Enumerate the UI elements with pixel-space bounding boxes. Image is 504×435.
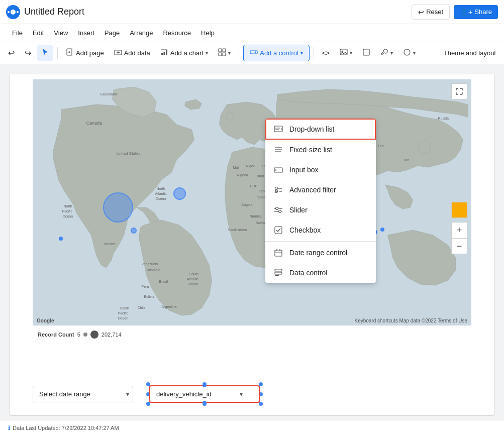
map-person-button[interactable] [451,202,467,218]
svg-text:South Africa: South Africa [228,228,247,232]
dropdown-control[interactable]: delivery_vehicle_id ▾ [149,385,260,403]
redo-button[interactable]: ↪ [21,45,35,61]
map-controls: + − [451,83,467,254]
svg-text:Mali: Mali [233,166,240,169]
reset-icon: ↩ [418,8,424,16]
date-range-select[interactable]: Select date range [33,386,133,402]
shapes-icon [403,48,411,58]
menu-insert[interactable]: Insert [74,27,98,39]
map-expand-button[interactable] [451,83,467,99]
svg-text:Nambia: Nambia [250,214,262,218]
add-control-dropdown-menu: Drop-down list Fixed-size list Input box… [265,119,376,283]
share-button[interactable]: 👤+ Share [454,5,498,19]
menu-item-advanced-filter[interactable]: Advanced filter [265,180,376,200]
svg-text:Angola: Angola [242,203,253,207]
advanced-filter-icon [273,185,283,195]
undo-button[interactable]: ↩ [4,45,19,61]
svg-text:Bolivia: Bolivia [144,295,155,298]
svg-text:North: North [157,187,165,190]
menu-item-data-control[interactable]: Data control [265,263,376,283]
svg-text:Chile: Chile [138,306,146,309]
menu-file[interactable]: File [8,27,27,39]
menu-divider [265,241,376,242]
legend-label: Record Count [38,332,74,338]
code-button[interactable]: <> [318,46,334,60]
svg-text:Pacific: Pacific [62,209,73,213]
add-page-button[interactable]: Add page [62,45,108,61]
top-header-bar: Untitled Report ↩ Reset 👤+ Share [0,0,504,24]
menu-help[interactable]: Help [197,27,219,39]
share-label: Share [474,8,492,16]
svg-rect-67 [274,126,282,132]
svg-text:United States: United States [117,151,141,156]
svg-rect-7 [163,52,165,55]
menu-item-date-range-control[interactable]: Date range control [265,243,376,263]
svg-point-82 [276,207,278,210]
svg-text:Mexico: Mexico [105,242,116,246]
menu-page[interactable]: Page [100,27,124,39]
svg-text:Nigeria: Nigeria [237,173,248,177]
menu-edit[interactable]: Edit [29,27,48,39]
legend-dot-small [83,333,87,337]
svg-rect-19 [363,49,369,55]
svg-text:South: South [189,272,198,276]
add-chart-button[interactable]: Add a chart ▾ [156,45,213,61]
add-control-button[interactable]: Add a control ▾ [243,45,310,61]
svg-text:Brazil: Brazil [159,280,168,283]
app-logo [6,5,20,19]
theme-layout-button[interactable]: Theme and layout [440,46,500,60]
menu-item-input-box[interactable]: Input box [265,160,376,180]
add-chart-chevron: ▾ [206,50,208,56]
svg-text:Ocean: Ocean [63,214,73,218]
data-bubble-usa-east [173,187,186,200]
svg-rect-6 [161,53,163,55]
checkbox-label: Checkbox [289,226,321,234]
svg-text:Venezuela: Venezuela [142,262,158,266]
tools-button[interactable]: ▾ [376,45,397,61]
reset-button[interactable]: ↩ Reset [412,5,450,20]
image-icon [340,48,348,58]
components-icon [218,48,226,58]
reset-label: Reset [426,8,443,16]
svg-rect-90 [275,272,282,274]
add-components-button[interactable]: ▾ [214,45,235,61]
content-area: Canada United States Greenland North Pac… [0,64,504,420]
add-data-label: Add data [124,49,150,57]
svg-text:Ocean: Ocean [156,197,166,200]
map-zoom-in-button[interactable]: + [451,222,467,238]
toolbar-separator-1 [57,47,58,59]
dropdown-list-icon [273,124,283,134]
svg-point-83 [279,210,281,213]
image-button[interactable]: ▾ [336,45,356,61]
add-data-button[interactable]: Add data [110,45,154,61]
add-data-icon [114,48,122,58]
svg-text:Colombia: Colombia [146,268,161,272]
world-map-svg: Canada United States Greenland North Pac… [33,79,471,325]
frame-button[interactable] [358,45,374,61]
menu-view[interactable]: View [50,27,72,39]
data-bubble-pacific [59,237,63,241]
map-zoom-buttons: + − [451,222,467,254]
date-range-control-label: Date range control [289,249,347,257]
select-tool-button[interactable] [37,45,53,61]
data-control-label: Data control [289,269,327,277]
menu-arrange[interactable]: Arrange [126,27,157,39]
legend-dot-large [90,331,98,339]
menu-item-checkbox[interactable]: Checkbox [265,220,376,240]
shapes-button[interactable]: ▾ [399,45,420,61]
menu-resource[interactable]: Resource [159,27,195,39]
add-page-label: Add page [76,49,104,57]
status-text: Data Last Updated: 7/29/2022 10:47:27 AM [13,425,119,431]
add-control-icon [250,48,258,58]
svg-text:Atlantic: Atlantic [187,277,198,281]
date-range-wrapper: Select date range ▾ [33,386,133,402]
slider-icon [273,205,283,215]
menu-item-fixed-size-list[interactable]: Fixed-size list [265,140,376,160]
person-add-icon: 👤+ [460,8,472,16]
menu-item-dropdown-list[interactable]: Drop-down list [265,119,376,140]
svg-text:Ocean: Ocean [188,282,198,286]
svg-text:Ocean: Ocean [118,316,129,320]
menu-item-slider[interactable]: Slider [265,200,376,220]
add-chart-label: Add a chart [170,49,204,57]
map-zoom-out-button[interactable]: − [451,238,467,254]
